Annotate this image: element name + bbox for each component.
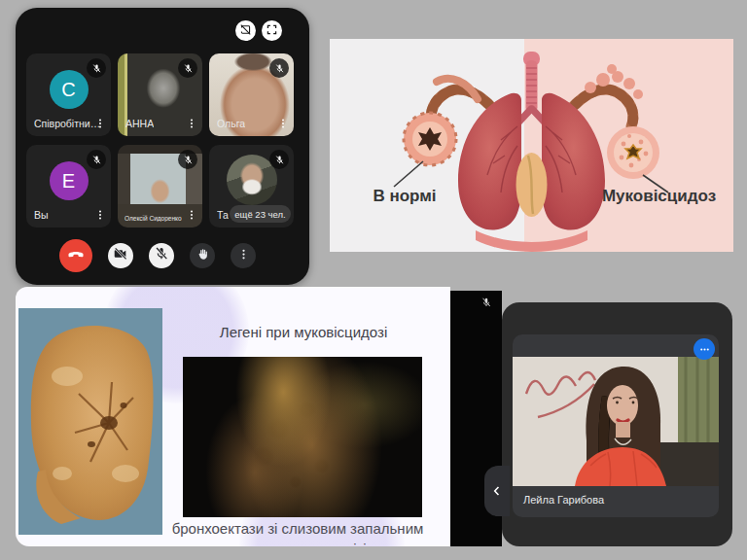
more-options-button[interactable] — [231, 243, 256, 268]
cast-off-button[interactable] — [235, 20, 256, 41]
bronchiectasis-photo — [183, 357, 422, 517]
more-horizontal-icon — [698, 343, 711, 356]
participant-tile-you[interactable]: E Вы — [26, 145, 111, 228]
mic-off-badge — [269, 58, 289, 78]
slide-caption-line2: ексудатом у просвіті — [150, 541, 445, 546]
mic-off-badge — [178, 58, 197, 78]
participant-tile-oleksii[interactable]: Олексій Сидоренко — [118, 145, 202, 228]
fullscreen-icon — [266, 22, 278, 40]
tile-menu-button[interactable] — [93, 116, 107, 131]
fullscreen-button[interactable] — [262, 20, 282, 41]
avatar: C — [50, 70, 89, 109]
tile-more-button[interactable] — [694, 338, 715, 360]
mic-off-badge — [87, 58, 106, 78]
mic-off-icon — [154, 246, 169, 265]
chevron-left-icon — [490, 484, 504, 498]
raise-hand-button[interactable] — [190, 243, 215, 268]
lung-specimen-photo — [18, 308, 162, 535]
mic-toggle-button[interactable] — [149, 243, 174, 268]
tile-menu-button[interactable] — [276, 116, 290, 131]
participant-name: Вы — [34, 209, 49, 221]
collapse-panel-button[interactable] — [484, 466, 510, 516]
mic-off-badge — [87, 150, 106, 169]
label-normal: В нормі — [351, 187, 458, 206]
screenshot-stage: C Співробітни… АННА — [0, 0, 747, 560]
participant-name: Співробітни… — [34, 118, 100, 129]
tile-menu-button[interactable] — [185, 207, 198, 223]
pinned-participant-tile[interactable]: Лейла Гарибова — [513, 334, 719, 517]
cast-off-icon — [239, 22, 252, 40]
participant-name: Ольга — [217, 118, 245, 129]
lung-illustration-panel: В нормі Муковісцидоз — [330, 39, 733, 252]
participant-tile-anna[interactable]: АННА — [118, 53, 202, 136]
call-end-icon — [66, 244, 86, 267]
avatar: E — [50, 161, 89, 200]
pinned-participant-video — [513, 357, 719, 486]
label-cystic-fibrosis: Муковісцидоз — [588, 187, 729, 206]
tile-menu-button[interactable] — [93, 207, 107, 223]
camera-off-icon — [113, 246, 128, 265]
lungs-illustration — [330, 39, 733, 252]
participant-name: АННА — [125, 118, 154, 129]
camera-toggle-button[interactable] — [108, 243, 133, 268]
mic-off-icon — [480, 297, 492, 308]
participant-tile-overflow[interactable]: Та ещё 23 чел. — [209, 145, 294, 228]
presentation-section: Легені при муковісцидозі бронхоектази зі… — [16, 287, 732, 546]
more-participants-pill[interactable]: ещё 23 чел. — [230, 205, 291, 223]
mic-off-badge — [178, 150, 197, 169]
tile-menu-button[interactable] — [185, 116, 198, 131]
presentation-slide: Легені при муковісцидозі бронхоектази зі… — [16, 287, 450, 546]
slide-title: Легені при муковісцидозі — [161, 324, 445, 340]
meet-window: C Співробітни… АННА — [16, 8, 309, 285]
raise-hand-icon — [196, 247, 210, 265]
participant-tile-olga[interactable]: Ольга — [209, 53, 294, 136]
pinned-video-panel: Лейла Гарибова — [502, 302, 732, 546]
pinned-participant-name: Лейла Гарибова — [523, 494, 604, 506]
participant-grid: C Співробітни… АННА — [26, 53, 300, 228]
participant-tile-spivrobitnyk[interactable]: C Співробітни… — [26, 53, 111, 136]
slide-caption-line1: бронхоектази зі слизовим запальним — [150, 520, 445, 537]
more-vertical-icon — [236, 247, 251, 265]
call-controls — [59, 239, 256, 272]
mic-off-badge — [269, 150, 289, 169]
hangup-button[interactable] — [59, 239, 92, 272]
participant-name: Та — [217, 209, 229, 221]
participant-name: Олексій Сидоренко — [124, 215, 182, 222]
